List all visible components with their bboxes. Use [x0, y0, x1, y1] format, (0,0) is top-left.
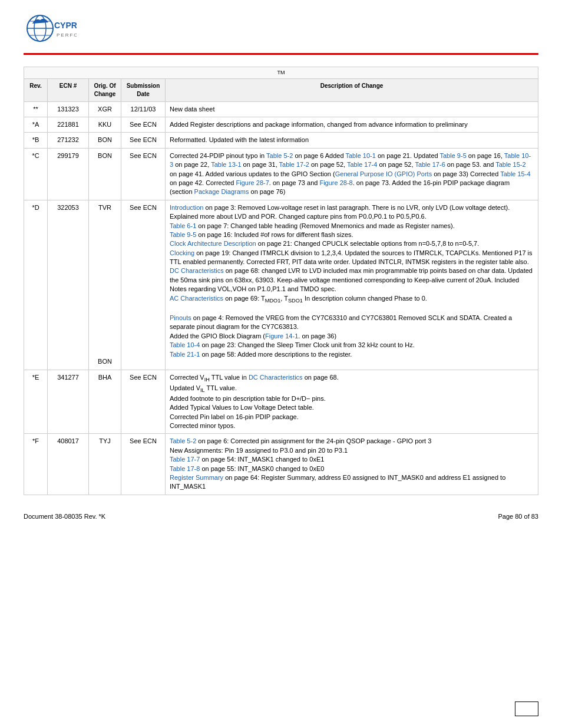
- table-link[interactable]: DC Characteristics: [249, 374, 303, 381]
- cell-desc: Added Register descriptions and package …: [166, 117, 538, 132]
- table-link[interactable]: Table 9-5: [170, 231, 196, 238]
- table-row: *A221881KKUSee ECNAdded Register descrip…: [24, 117, 538, 132]
- cell-date: See ECN: [121, 117, 166, 132]
- tm-row: TM: [24, 67, 538, 79]
- cell-orig: BON: [89, 148, 121, 200]
- table-row: *D322053TVRBONSee ECNIntroduction on pag…: [24, 200, 538, 370]
- cell-desc: Table 5-2 on page 6: Corrected pin assig…: [166, 434, 538, 495]
- col-header-date: Submission Date: [121, 78, 166, 101]
- table-link[interactable]: General Purpose IO (GPIO) Ports: [335, 170, 432, 177]
- tm-label: TM: [24, 67, 538, 79]
- table-link[interactable]: Clocking: [170, 249, 194, 256]
- table-link[interactable]: Table 5-2: [266, 152, 293, 159]
- page-header: CYPRESS PERFORM: [24, 12, 538, 47]
- table-row: **131323XGR12/11/03New data sheet: [24, 101, 538, 117]
- table-link[interactable]: Introduction: [170, 204, 203, 211]
- logo-area: CYPRESS PERFORM: [24, 12, 77, 47]
- cell-ecn: 408017: [48, 434, 89, 495]
- table-link[interactable]: Table 15-2: [495, 161, 525, 168]
- cell-rev: **: [24, 101, 48, 117]
- cell-desc: Corrected 24-PDIP pinout typo in Table 5…: [166, 148, 538, 200]
- svg-text:CYPRESS: CYPRESS: [54, 21, 77, 30]
- table-row: *E341277BHASee ECNCorrected VIH TTL valu…: [24, 370, 538, 434]
- cell-desc: Introduction on page 3: Removed Low-volt…: [166, 200, 538, 370]
- table-link[interactable]: Table 17-6: [415, 161, 445, 168]
- table-link[interactable]: DC Characteristics: [170, 267, 224, 274]
- revision-table: TM Rev. ECN # Orig. Of Change Submission…: [24, 67, 538, 495]
- cell-rev: *F: [24, 434, 48, 495]
- cell-ecn: 322053: [48, 200, 89, 370]
- table-link[interactable]: Table 17-7: [170, 456, 200, 463]
- cell-rev: *C: [24, 148, 48, 200]
- col-header-rev: Rev.: [24, 78, 48, 101]
- cell-date: See ECN: [121, 133, 166, 148]
- cell-date: See ECN: [121, 370, 166, 434]
- cell-ecn: 341277: [48, 370, 89, 434]
- table-link[interactable]: Register Summary: [170, 474, 223, 481]
- cell-date: See ECN: [121, 148, 166, 200]
- cell-rev: *A: [24, 117, 48, 132]
- cell-orig: BON: [89, 133, 121, 148]
- table-link[interactable]: Table 10-1: [345, 152, 375, 159]
- cell-orig: TYJ: [89, 434, 121, 495]
- cell-desc: Reformatted. Updated with the latest inf…: [166, 133, 538, 148]
- table-link[interactable]: Figure 28-7: [236, 179, 269, 186]
- cell-orig: TVRBON: [89, 200, 121, 370]
- cell-orig: KKU: [89, 117, 121, 132]
- footer-box: [515, 701, 538, 716]
- col-header-ecn: ECN #: [48, 78, 89, 101]
- svg-text:PERFORM: PERFORM: [57, 32, 77, 38]
- cell-date: See ECN: [121, 434, 166, 495]
- cell-ecn: 131323: [48, 101, 89, 117]
- cell-rev: *B: [24, 133, 48, 148]
- cypress-logo: CYPRESS PERFORM: [24, 12, 77, 47]
- cell-desc: Corrected VIH TTL value in DC Characteri…: [166, 370, 538, 434]
- cell-rev: *E: [24, 370, 48, 434]
- header-divider: [24, 53, 538, 55]
- cell-orig: BHA: [89, 370, 121, 434]
- cell-rev: *D: [24, 200, 48, 370]
- table-link[interactable]: Table 17-8: [170, 465, 200, 472]
- table-link[interactable]: Table 15-4: [500, 170, 530, 177]
- table-link[interactable]: Figure 14-1: [265, 332, 298, 340]
- table-row: *C299179BONSee ECNCorrected 24-PDIP pino…: [24, 148, 538, 200]
- table-link[interactable]: Table 6-1: [170, 222, 196, 229]
- table-link[interactable]: Clock Architecture Description: [170, 240, 256, 247]
- cell-ecn: 271232: [48, 133, 89, 148]
- doc-number: Document 38-08035 Rev. *K: [24, 513, 105, 520]
- cell-ecn: 221881: [48, 117, 89, 132]
- table-link[interactable]: Table 9-5: [440, 152, 467, 159]
- cell-orig: XGR: [89, 101, 121, 117]
- table-link[interactable]: Table 10-4: [170, 341, 200, 348]
- col-header-desc: Description of Change: [166, 78, 538, 101]
- cell-date: See ECN: [121, 200, 166, 370]
- table-link[interactable]: Table 21-1: [170, 351, 200, 358]
- cell-ecn: 299179: [48, 148, 89, 200]
- col-header-orig: Orig. Of Change: [89, 78, 121, 101]
- table-link[interactable]: AC Characteristics: [170, 295, 223, 302]
- table-link[interactable]: Table 17-2: [279, 161, 309, 168]
- table-link[interactable]: Package Diagrams: [194, 188, 249, 195]
- cell-date: 12/11/03: [121, 101, 166, 117]
- table-link[interactable]: Pinouts: [170, 314, 191, 321]
- table-link[interactable]: Figure 28-8: [319, 179, 352, 186]
- table-link[interactable]: Table 5-2: [170, 437, 196, 444]
- cell-desc: New data sheet: [166, 101, 538, 117]
- table-header-row: Rev. ECN # Orig. Of Change Submission Da…: [24, 78, 538, 101]
- table-row: *B271232BONSee ECNReformatted. Updated w…: [24, 133, 538, 148]
- page-footer: Document 38-08035 Rev. *K Page 80 of 83: [24, 513, 538, 520]
- table-link[interactable]: Table 17-4: [347, 161, 377, 168]
- table-link[interactable]: Table 13-1: [211, 161, 241, 168]
- table-row: *F408017TYJSee ECNTable 5-2 on page 6: C…: [24, 434, 538, 495]
- page-info: Page 80 of 83: [498, 513, 538, 520]
